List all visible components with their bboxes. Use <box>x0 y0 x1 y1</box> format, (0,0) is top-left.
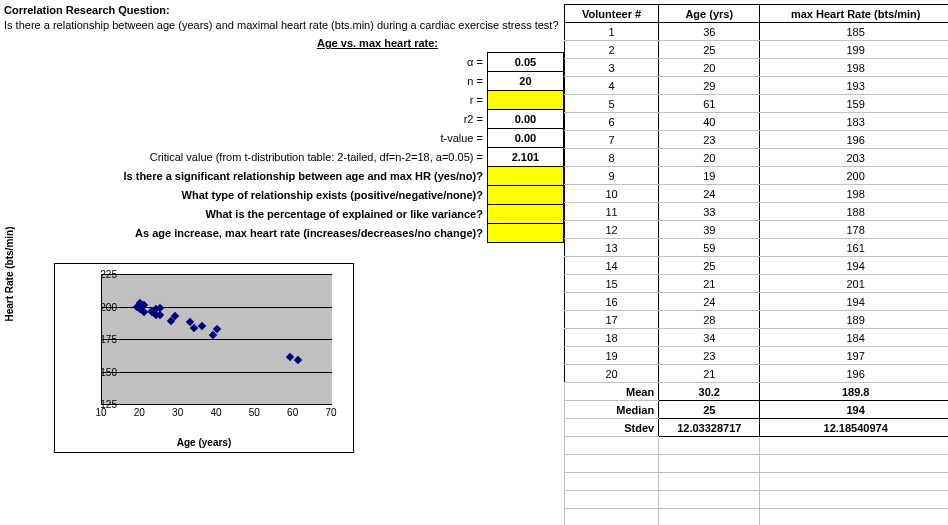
cell: 39 <box>659 221 760 239</box>
cell: 6 <box>565 113 659 131</box>
cell: 203 <box>760 149 948 167</box>
empty-cell <box>760 455 948 473</box>
param-label: What type of relationship exists (positi… <box>4 186 487 205</box>
param-value[interactable] <box>487 186 563 205</box>
stats-row: Mean30.2189.8 <box>565 383 949 401</box>
param-label: n = <box>4 72 487 91</box>
cell: 28 <box>659 311 760 329</box>
cell: 194 <box>760 257 948 275</box>
cell: 9 <box>565 167 659 185</box>
cell: 184 <box>760 329 948 347</box>
empty-cell <box>760 491 948 509</box>
table-row: 1024198 <box>565 185 949 203</box>
cell: 16 <box>565 293 659 311</box>
cell: 178 <box>760 221 948 239</box>
cell: 188 <box>760 203 948 221</box>
cell: 24 <box>659 293 760 311</box>
cell: 7 <box>565 131 659 149</box>
column-header: Age (yrs) <box>659 5 760 23</box>
stat-label: Mean <box>565 383 659 401</box>
cell: 15 <box>565 275 659 293</box>
cell: 200 <box>760 167 948 185</box>
cell: 8 <box>565 149 659 167</box>
chart-xtick: 50 <box>249 407 260 418</box>
param-label: Critical value (from t-distribution tabl… <box>4 148 487 167</box>
cell: 36 <box>659 23 760 41</box>
cell: 23 <box>659 347 760 365</box>
stat-age: 25 <box>659 401 760 419</box>
chart-ylabel: Heart Rate (bts/min) <box>4 209 15 339</box>
empty-cell <box>659 491 760 509</box>
chart-xtick: 20 <box>134 407 145 418</box>
cell: 201 <box>760 275 948 293</box>
cell: 13 <box>565 239 659 257</box>
cell: 40 <box>659 113 760 131</box>
param-value[interactable] <box>487 205 563 224</box>
chart-xtick: 70 <box>325 407 336 418</box>
empty-cell <box>565 509 659 526</box>
chart-point <box>286 353 294 361</box>
table-row: 1624194 <box>565 293 949 311</box>
chart-xtick: 60 <box>287 407 298 418</box>
table-row: 429193 <box>565 77 949 95</box>
cell: 20 <box>565 365 659 383</box>
empty-cell <box>659 509 760 526</box>
table-row: 1133188 <box>565 203 949 221</box>
cell: 59 <box>659 239 760 257</box>
chart-xlabel: Age (years) <box>55 437 353 448</box>
research-question: Is there a relationship between age (yea… <box>4 16 564 34</box>
cell: 61 <box>659 95 760 113</box>
chart-xtick: 40 <box>210 407 221 418</box>
stats-row: Stdev12.0332871712.18540974 <box>565 419 949 437</box>
cell: 19 <box>565 347 659 365</box>
table-row: 723196 <box>565 131 949 149</box>
param-value[interactable] <box>487 224 563 243</box>
cell: 33 <box>659 203 760 221</box>
cell: 20 <box>659 149 760 167</box>
data-table: Volunteer #Age (yrs)max Heart Rate (bts/… <box>564 4 948 525</box>
table-row: 1834184 <box>565 329 949 347</box>
empty-cell <box>760 437 948 455</box>
cell: 196 <box>760 365 948 383</box>
table-row: 1728189 <box>565 311 949 329</box>
cell: 183 <box>760 113 948 131</box>
cell: 10 <box>565 185 659 203</box>
chart-ytick: 175 <box>87 334 117 345</box>
cell: 197 <box>760 347 948 365</box>
table-row: 2021196 <box>565 365 949 383</box>
param-label: r = <box>4 91 487 110</box>
empty-cell <box>659 473 760 491</box>
cell: 1 <box>565 23 659 41</box>
cell: 17 <box>565 311 659 329</box>
param-value: 2.101 <box>487 148 563 167</box>
table-row: 820203 <box>565 149 949 167</box>
chart-xtick: 30 <box>172 407 183 418</box>
table-row: 561159 <box>565 95 949 113</box>
chart-point <box>140 308 148 316</box>
table-row: 640183 <box>565 113 949 131</box>
param-value[interactable] <box>487 167 563 186</box>
cell: 194 <box>760 293 948 311</box>
table-row: 1239178 <box>565 221 949 239</box>
empty-cell <box>565 473 659 491</box>
chart-xtick: 10 <box>95 407 106 418</box>
param-label: t-value = <box>4 129 487 148</box>
table-row: 320198 <box>565 59 949 77</box>
stat-hr: 194 <box>760 401 948 419</box>
stat-hr: 12.18540974 <box>760 419 948 437</box>
chart-plot-area <box>101 274 332 405</box>
chart-ytick: 225 <box>87 269 117 280</box>
cell: 25 <box>659 257 760 275</box>
empty-cell <box>565 455 659 473</box>
stat-age: 12.03328717 <box>659 419 760 437</box>
cell: 4 <box>565 77 659 95</box>
param-label: Is there a significant relationship betw… <box>4 167 487 186</box>
stat-age: 30.2 <box>659 383 760 401</box>
cell: 29 <box>659 77 760 95</box>
empty-cell <box>565 491 659 509</box>
param-value[interactable] <box>487 91 563 110</box>
cell: 19 <box>659 167 760 185</box>
cell: 24 <box>659 185 760 203</box>
cell: 21 <box>659 275 760 293</box>
param-value: 20 <box>487 72 563 91</box>
